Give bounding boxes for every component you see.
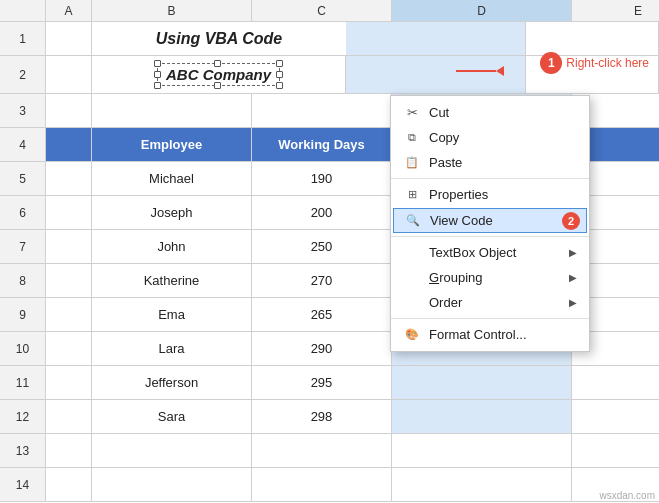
cut-icon: ✂	[403, 105, 421, 120]
company-textbox-cell: ABC Company	[92, 56, 346, 93]
cell-6-name: Joseph	[92, 196, 252, 229]
menu-item-order[interactable]: Order ▶	[391, 290, 589, 315]
divider-2	[391, 236, 589, 237]
row-1: 1 Using VBA Code	[0, 22, 659, 56]
cell-5-name: Michael	[92, 162, 252, 195]
textbox-container[interactable]: ABC Company	[157, 63, 280, 86]
divider-1	[391, 178, 589, 179]
row-12: 12 Sara 298	[0, 400, 659, 434]
format-control-icon: 🎨	[403, 328, 421, 341]
cell-12-days: 298	[252, 400, 392, 433]
cell-10-name: Lara	[92, 332, 252, 365]
menu-item-paste[interactable]: 📋 Paste	[391, 150, 589, 175]
cell-11-e	[572, 366, 659, 399]
row-1-header: 1	[0, 22, 46, 55]
row-11-num: 11	[0, 366, 46, 399]
context-menu: ✂ Cut ⧉ Copy 📋 Paste ⊞ Properties 🔍 View…	[390, 95, 590, 352]
cell-8-name: Katherine	[92, 264, 252, 297]
cell-10-days: 290	[252, 332, 392, 365]
row-14: 14	[0, 468, 659, 502]
row-12-num: 12	[0, 400, 46, 433]
view-code-icon: 🔍	[404, 214, 422, 227]
menu-item-copy[interactable]: ⧉ Copy	[391, 125, 589, 150]
cut-label: Cut	[429, 105, 577, 120]
row-8-num: 8	[0, 264, 46, 297]
spreadsheet: A B C D E 1 Using VBA Code 2 ABC Company	[0, 0, 659, 503]
row-7-num: 7	[0, 230, 46, 263]
cell-4c-working-days: Working Days	[252, 128, 392, 161]
row-13-num: 13	[0, 434, 46, 467]
cell-12-e	[572, 400, 659, 433]
menu-item-format-control[interactable]: 🎨 Format Control...	[391, 322, 589, 347]
cell-11-name: Jefferson	[92, 366, 252, 399]
cell-11-days: 295	[252, 366, 392, 399]
cell-3a	[46, 94, 92, 127]
row-2-header: 2	[0, 56, 46, 93]
arrow-head	[496, 66, 504, 76]
handle-tr[interactable]	[276, 60, 283, 67]
divider-3	[391, 318, 589, 319]
cell-12-name: Sara	[92, 400, 252, 433]
cell-1e	[526, 22, 659, 55]
col-header-c[interactable]: C	[252, 0, 392, 21]
row-3-header: 3	[0, 94, 46, 127]
row-11: 11 Jefferson 295	[0, 366, 659, 400]
col-header-a[interactable]: A	[46, 0, 92, 21]
cell-1d	[346, 22, 526, 55]
row-13: 13	[0, 434, 659, 468]
column-header-row: A B C D E	[0, 0, 659, 22]
handle-ml[interactable]	[154, 71, 161, 78]
annotation-right-click: 1 Right-click here	[540, 52, 649, 74]
copy-icon: ⧉	[403, 131, 421, 144]
row-4-num: 4	[0, 128, 46, 161]
col-header-d[interactable]: D	[392, 0, 572, 21]
view-code-label: View Code	[430, 213, 576, 228]
properties-label: Properties	[429, 187, 577, 202]
grouping-underline-g: G	[429, 270, 439, 285]
cell-1b-title: Using VBA Code	[92, 22, 346, 55]
row-6-num: 6	[0, 196, 46, 229]
cell-7-days: 250	[252, 230, 392, 263]
handle-br[interactable]	[276, 82, 283, 89]
grouping-rest: rouping	[439, 270, 482, 285]
handle-bc[interactable]	[214, 82, 221, 89]
menu-item-cut[interactable]: ✂ Cut	[391, 100, 589, 125]
col-header-e[interactable]: E	[572, 0, 659, 21]
company-textbox: ABC Company	[157, 63, 280, 86]
arrow-pointer	[456, 66, 504, 76]
menu-item-properties[interactable]: ⊞ Properties	[391, 182, 589, 207]
company-text: ABC Company	[166, 66, 271, 83]
format-control-label: Format Control...	[429, 327, 577, 342]
cell-7-name: John	[92, 230, 252, 263]
handle-tc[interactable]	[214, 60, 221, 67]
handle-tl[interactable]	[154, 60, 161, 67]
col-header-b[interactable]: B	[92, 0, 252, 21]
order-arrow: ▶	[569, 297, 577, 308]
menu-item-textbox-object[interactable]: TextBox Object ▶	[391, 240, 589, 265]
textbox-arrow: ▶	[569, 247, 577, 258]
cell-9-name: Ema	[92, 298, 252, 331]
handle-mr[interactable]	[276, 71, 283, 78]
cell-4b-employee: Employee	[92, 128, 252, 161]
watermark: wsxdan.com	[599, 490, 655, 501]
row-5-num: 5	[0, 162, 46, 195]
annotation-text: Right-click here	[566, 56, 649, 70]
arrow-shaft	[456, 70, 496, 72]
row-10-num: 10	[0, 332, 46, 365]
annotation-badge-1: 1	[540, 52, 562, 74]
cell-4a	[46, 128, 92, 161]
row-14-num: 14	[0, 468, 46, 501]
menu-item-view-code[interactable]: 🔍 View Code 2	[393, 208, 587, 233]
cell-3b	[92, 94, 252, 127]
cell-1a	[46, 22, 92, 55]
menu-item-grouping[interactable]: Grouping ▶	[391, 265, 589, 290]
copy-label: Copy	[429, 130, 577, 145]
view-code-badge: 2	[562, 212, 580, 230]
handle-bl[interactable]	[154, 82, 161, 89]
order-label: Order	[429, 295, 561, 310]
cell-5-days: 190	[252, 162, 392, 195]
cell-11-d	[392, 366, 572, 399]
cell-6-days: 200	[252, 196, 392, 229]
row-9-num: 9	[0, 298, 46, 331]
properties-icon: ⊞	[403, 188, 421, 201]
